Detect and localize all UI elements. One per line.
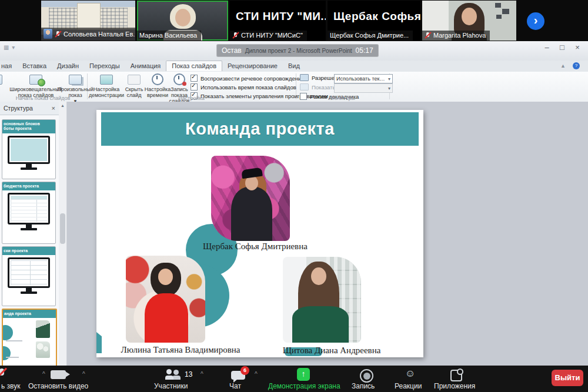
team-thumb-graphic [3,318,56,360]
show-on-dropdown[interactable]: ▾ [334,83,393,93]
resolution-dropdown[interactable]: Использовать тек… ▾ [334,74,393,83]
leave-button[interactable]: Выйти [552,370,583,386]
close-panel-icon[interactable]: × [52,105,55,112]
avatar [44,29,52,39]
screen-icon [0,75,2,85]
broadcast-slideshow-button[interactable]: Широковещательный показ слайдов [7,73,65,98]
minimize-button[interactable]: – [540,43,554,52]
record-clock-icon [173,73,185,85]
meeting-toolbar: ь звук ^ ^ Остановить видео 13 ^ Участни… [0,366,588,392]
monitor-graphic [8,257,50,294]
tab-retsenzirovanie[interactable]: Рецензирование [222,61,283,71]
video-options-caret[interactable]: ^ [82,371,85,377]
chevron-right-icon: › [534,14,538,26]
screenshare-timer-overlay: Остав Диплом проект 2 - Microsoft PowerP… [216,44,379,57]
slide-thumbnail-2[interactable]: бюджета проекта [2,182,56,244]
close-button[interactable]: × [570,43,584,52]
checkbox-play-narration[interactable]: ✓ Воспроизвести речевое сопровождение [191,75,305,82]
apps-icon[interactable] [450,370,462,381]
record-icon[interactable] [360,369,373,383]
participant-name-bar: Margarita Plahova [422,31,490,41]
participant-name: Щербак Софья Дмитрие... [330,32,409,39]
participants-caret[interactable]: ^ [201,371,203,377]
video-tile-margarita[interactable]: Margarita Plahova [422,1,516,41]
audio-options-caret[interactable]: ^ [42,371,45,377]
document-title: Диплом проект 2 - Microsoft PowerPoint [245,48,352,54]
chat-caret[interactable]: ^ [255,371,258,377]
checkbox-checked-icon[interactable]: ✓ [191,83,198,91]
slides-outline-panel: Структура × основных блоков боты проекта… [0,102,59,366]
next-participants-button[interactable]: › [527,12,544,30]
participant-name-bar: Щербак Софья Дмитрие... [328,31,413,41]
chat-badge: 6 [240,366,249,375]
video-tile-marina[interactable]: Марина Васильева [137,1,228,41]
tab-struktura[interactable]: Структура [4,105,33,112]
video-tile-solovyeva[interactable]: Соловьева Наталья Ев.. [41,1,135,41]
share-screen-button[interactable]: Демонстрация экрана [268,382,340,390]
tab-perekhody[interactable]: Переходы [84,61,125,71]
wall-photos [495,3,510,21]
group-label-monitors: Мониторы [296,95,389,101]
mic-muted-icon [55,31,61,38]
reactions-button[interactable]: Реакции [395,382,422,390]
tab-dizain[interactable]: Дизайн [52,61,84,71]
panel-scrollbar[interactable]: ▲ [59,102,67,366]
checkbox-checked-icon[interactable]: ✓ [191,75,198,82]
member-caption-2: Люлина Татьяна Владимировна [101,345,260,355]
caret-down-icon: ▾ [388,76,390,82]
tab-vid[interactable]: Вид [283,61,305,71]
rehearse-timings-button[interactable]: Настройка времени [145,73,171,98]
participants-icon[interactable] [165,369,183,380]
setup-screen-icon [100,75,113,85]
slide-canvas[interactable]: Команда проекта Щербак Софья Дмитриевна … [96,110,423,357]
participants-button[interactable]: Участники [154,382,188,390]
record-button[interactable]: Запись [352,382,375,390]
apps-button[interactable]: Приложения [434,382,475,390]
broadcast-globe-icon [29,75,42,85]
photo-shitova [283,257,361,343]
restore-button[interactable]: □ [555,43,569,52]
tab-vstavka[interactable]: Вставка [17,61,52,71]
help-icon[interactable]: ? [573,62,580,69]
video-tile-sti-nitu[interactable]: СТИ НИТУ "МИ... СТИ НИТУ "МИСиС" [230,1,326,41]
setup-slideshow-button[interactable]: Настройка демонстрации [89,73,123,98]
powerpoint-titlebar: ▦ ▾ Остав Диплом проект 2 - Microsoft Po… [0,41,588,61]
quick-access-toolbar[interactable]: ▦ ▾ [4,44,15,51]
stop-video-button[interactable]: Остановить видео [28,382,88,390]
from-current-slide-button-partial[interactable]: го [0,73,4,92]
mic-muted-icon [232,32,239,39]
share-timer: 05:17 [356,46,373,55]
slide-title-banner: Команда проекта [101,112,419,146]
scrollbar-thumb[interactable] [60,213,65,244]
camera-icon[interactable] [51,370,66,379]
hide-slide-button[interactable]: Скрыть слайд [123,73,145,98]
share-screen-icon[interactable]: ↑ [297,368,310,381]
tab-glavnaya-partial[interactable]: ная [0,61,17,71]
monitor-icon [300,74,309,81]
tab-animatsiya[interactable]: Анимация [125,61,166,71]
group-label-setup: Настройка [87,95,296,101]
collapse-ribbon-icon[interactable]: ▲ [560,63,566,69]
member-caption-1: Щербак Софья Дмитриевна [173,242,338,252]
checkbox-use-timings[interactable]: ✓ Использовать время показа слайдов [191,83,296,91]
slide-thumbnail-4-selected[interactable]: анда проекта [2,309,57,366]
tile-display-name: Щербак Софья... [328,1,420,23]
photo-shcherbak [211,156,290,241]
video-tile-shcherbak[interactable]: Щербак Софья... Щербак Софья Дмитрие... [328,1,420,41]
participant-video-strip: Соловьева Наталья Ев.. Марина Васильева … [0,0,588,41]
mic-muted-icon [425,32,431,39]
reactions-icon[interactable]: ☺ [405,368,415,380]
scroll-up-icon[interactable]: ▲ [59,102,66,109]
chat-button[interactable]: Чат [229,382,241,390]
participant-name: Margarita Plahova [433,32,486,39]
slide-thumbnail-3[interactable]: ски проекта [2,246,56,306]
editor-area: Структура × основных блоков боты проекта… [0,102,588,366]
monitor-graphic [8,136,50,170]
slide-thumbnail-1[interactable]: основных блоков боты проекта [2,119,56,179]
thumb-photo [36,341,50,358]
participants-count: 13 [185,370,192,378]
unmute-label-partial[interactable]: ь звук [1,382,20,390]
mic-muted-icon[interactable] [0,367,8,379]
thumb-photo [36,320,50,338]
tab-pokaz-slaidov[interactable]: Показ слайдов [166,61,222,71]
